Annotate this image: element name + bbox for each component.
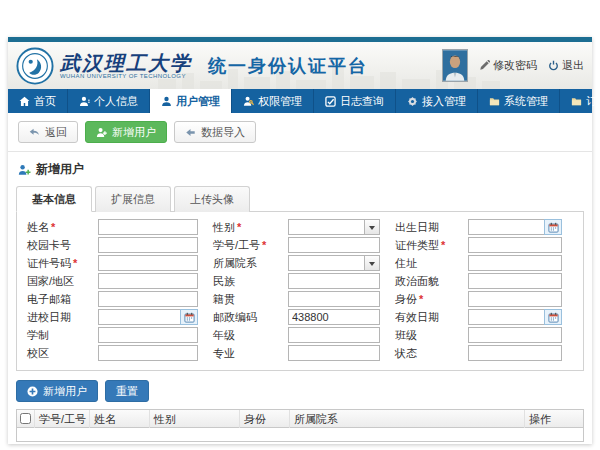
field-label-id-number: 证件号码* [27,256,83,271]
person-icon [79,96,90,107]
nav-tab-system[interactable]: 系统管理 [478,89,560,113]
field-label-valid-date: 有效日期 [395,310,453,325]
university-title-block: 武汉理工大学 WUHAN UNIVERSITY OF TECHNOLOGY [60,53,192,79]
schooling-length-input[interactable] [98,327,198,343]
nav-label: 个人信息 [94,94,138,109]
section-title: 新增用户 [36,161,84,178]
column-actions: 操作 [525,410,583,428]
logout-link[interactable]: 退出 [548,58,584,73]
name-input[interactable] [98,219,198,235]
back-button[interactable]: 返回 [18,121,78,143]
calendar-icon[interactable] [544,309,562,325]
nav-label: 接入管理 [422,94,466,109]
gender-select-value[interactable] [288,219,364,235]
birthdate-field [468,219,562,235]
user-form: 姓名* 性别* 出生日期 校园卡号 学号/工号* 证件类型* 证件号码* 所属院… [27,219,573,361]
nav-tab-home[interactable]: 首页 [8,89,68,113]
required-marker: * [73,257,77,269]
calendar-icon[interactable] [544,219,562,235]
calendar-icon[interactable] [180,309,198,325]
field-label-grade: 年级 [213,328,273,343]
status-input[interactable] [468,345,562,361]
nav-tab-profile[interactable]: 个人信息 [68,89,150,113]
field-label-political-status: 政治面貌 [395,274,453,289]
form-tabs: 基本信息 扩展信息 上传头像 [16,185,584,212]
key-icon [243,96,254,107]
field-label-name: 姓名* [27,220,83,235]
field-label-address: 住址 [395,256,453,271]
native-place-input[interactable] [288,291,380,307]
campus-card-input[interactable] [98,237,198,253]
data-import-button[interactable]: 数据导入 [174,121,256,143]
reset-button[interactable]: 重置 [105,380,149,402]
nav-tab-permissions[interactable]: 权限管理 [232,89,314,113]
nav-label: 订阅管理 [586,94,600,109]
required-marker: * [237,221,241,233]
department-select[interactable] [288,255,380,271]
email-input[interactable] [98,291,198,307]
nav-tab-subscription[interactable]: 订阅管理 [560,89,600,113]
basic-info-panel: 姓名* 性别* 出生日期 校园卡号 学号/工号* 证件类型* 证件号码* 所属院… [16,212,584,371]
nav-tab-user-management[interactable]: 用户管理 [150,89,232,113]
add-user-toolbar-button[interactable]: 新增用户 [85,121,167,143]
address-input[interactable] [468,255,562,271]
id-number-input[interactable] [98,255,198,271]
folder-icon [571,96,582,107]
class-input[interactable] [468,327,562,343]
identity-input[interactable] [468,291,562,307]
nav-tab-logs[interactable]: 日志查询 [314,89,396,113]
header: 武汉理工大学 WUHAN UNIVERSITY OF TECHNOLOGY 统一… [8,42,592,89]
change-password-link[interactable]: 修改密码 [479,58,537,73]
postal-code-input[interactable] [288,309,380,325]
field-label-schooling-length: 学制 [27,328,83,343]
column-gender: 性别 [150,410,240,428]
gender-select[interactable] [288,219,380,235]
university-name: 武汉理工大学 [60,53,192,73]
column-student-id: 学号/工号 [35,410,90,428]
select-all-checkbox[interactable] [20,413,31,424]
header-user-area: 修改密码 退出 [442,49,584,82]
chevron-down-icon[interactable] [364,255,380,271]
field-label-department: 所属院系 [213,256,273,271]
app-window: 武汉理工大学 WUHAN UNIVERSITY OF TECHNOLOGY 统一… [8,37,592,444]
main-nav: 首页 个人信息 用户管理 权限管理 日志查询 接入管理 系统管理 订阅管理 [8,89,592,113]
nav-tab-access[interactable]: 接入管理 [396,89,478,113]
import-arrow-icon [185,127,196,138]
tab-basic-info[interactable]: 基本信息 [16,186,92,212]
field-label-enroll-date: 进校日期 [27,310,83,325]
column-identity: 身份 [240,410,290,428]
student-id-input[interactable] [288,237,380,253]
users-icon [161,96,172,107]
submit-button-label: 新增用户 [43,385,87,397]
country-input[interactable] [98,273,198,289]
nav-label: 首页 [34,94,56,109]
birthdate-input[interactable] [468,219,544,235]
department-select-value[interactable] [288,255,364,271]
university-logo [16,47,54,85]
field-label-identity: 身份* [395,292,453,307]
column-name: 姓名 [90,410,150,428]
tab-extended-info[interactable]: 扩展信息 [95,186,171,212]
submit-add-user-button[interactable]: 新增用户 [16,380,98,402]
data-import-button-label: 数据导入 [201,126,245,138]
required-marker: * [441,239,445,251]
tab-upload-avatar[interactable]: 上传头像 [174,186,250,212]
political-status-input[interactable] [468,273,562,289]
empty-table-body [17,428,583,441]
chevron-down-icon[interactable] [364,219,380,235]
field-label-postal-code: 邮政编码 [213,310,273,325]
id-type-input[interactable] [468,237,562,253]
field-label-country: 国家/地区 [27,274,83,289]
user-table: 学号/工号 姓名 性别 身份 所属院系 操作 [16,409,584,442]
valid-date-input[interactable] [468,309,544,325]
nav-label: 权限管理 [258,94,302,109]
field-label-status: 状态 [395,346,453,361]
grade-input[interactable] [288,327,380,343]
major-input[interactable] [288,345,380,361]
field-label-gender: 性别* [213,220,273,235]
campus-input[interactable] [98,345,198,361]
ethnicity-input[interactable] [288,273,380,289]
nav-label: 日志查询 [340,94,384,109]
enroll-date-input[interactable] [98,309,180,325]
person-add-icon [18,164,31,176]
